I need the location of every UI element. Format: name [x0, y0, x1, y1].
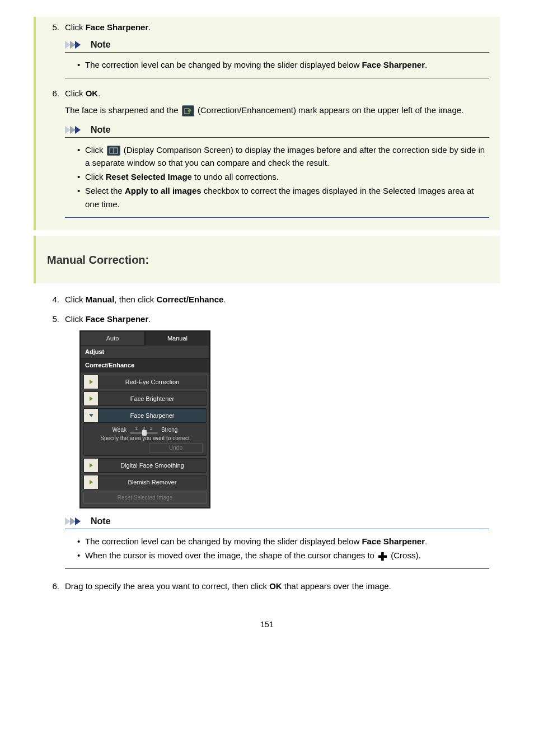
step-5: 5. Click Face Sharpener. Auto Manual Adj… — [47, 314, 489, 570]
step-text: Click Face Sharpener. — [62, 22, 489, 32]
expand-icon — [84, 459, 99, 472]
text: . — [425, 60, 427, 69]
note-arrows-icon — [65, 41, 87, 49]
auto-correction-continuation: 5. Click Face Sharpener. Note — [34, 17, 500, 230]
step-number: 4. — [47, 295, 62, 304]
step-text: Click Manual, then click Correct/Enhance… — [62, 295, 489, 304]
tab-label: Auto — [106, 335, 119, 342]
row-blemish-remover[interactable]: Blemish Remover — [83, 475, 207, 489]
note-title: Note — [91, 516, 111, 526]
expand-icon — [84, 375, 99, 389]
subtab-label: Correct/Enhance — [85, 362, 134, 368]
text: Click — [65, 22, 86, 32]
slider-thumb[interactable] — [142, 430, 147, 436]
text: Click — [65, 88, 86, 98]
reset-selected-image-button[interactable]: Reset Selected Image — [83, 492, 207, 504]
svg-marker-16 — [75, 517, 81, 525]
text: The face is sharpened and the — [65, 105, 181, 115]
note-body: • The correction level can be changed by… — [65, 58, 489, 78]
text: . — [148, 22, 151, 32]
row-face-brightener[interactable]: Face Brightener — [83, 391, 207, 406]
expand-icon — [84, 475, 99, 489]
svg-marker-10 — [90, 396, 93, 401]
step-number: 6. — [47, 88, 62, 218]
text-bold: Face Sharpener — [362, 536, 425, 546]
step-number: 5. — [47, 22, 62, 78]
sharpener-controls: Weak 1 2 3 Strong — [83, 423, 207, 456]
row-red-eye[interactable]: Red-Eye Correction — [83, 375, 207, 389]
slider-message: Specify the area you want to correct — [87, 435, 203, 441]
row-label: Digital Face Smoothing — [99, 462, 206, 469]
panel-list: Red-Eye Correction Face Brightener Face … — [80, 372, 210, 508]
note-item: • The correction level can be changed by… — [77, 535, 487, 548]
collapse-icon — [84, 409, 99, 422]
note-block: Note • Click (Displa — [65, 125, 489, 218]
text: Click — [85, 145, 106, 155]
text: The correction level can be changed by m… — [85, 536, 362, 546]
bullet: • — [77, 170, 85, 183]
button-label: Undo — [169, 445, 182, 451]
text: Select the — [85, 186, 125, 195]
tab-manual[interactable]: Manual — [145, 331, 210, 346]
step-text: Drag to specify the area you want to cor… — [62, 581, 489, 591]
panel-tabs: Auto Manual — [80, 331, 210, 346]
slider-strong-label: Strong — [161, 427, 177, 433]
note-body: • Click (Display Comparison Screen) to d… — [65, 143, 489, 218]
svg-marker-9 — [90, 380, 93, 384]
bullet: • — [77, 535, 85, 548]
svg-marker-11 — [89, 414, 93, 417]
step-5: 5. Click Face Sharpener. Note — [47, 22, 489, 78]
text-bold: Correct/Enhance — [156, 295, 223, 304]
note-arrows-icon — [65, 126, 87, 134]
note-header: Note — [65, 516, 489, 529]
row-digital-face-smoothing[interactable]: Digital Face Smoothing — [83, 458, 207, 473]
bullet: • — [77, 549, 85, 562]
subtab-correct-enhance[interactable]: Correct/Enhance — [80, 359, 210, 372]
slider[interactable]: 1 2 3 — [130, 426, 158, 434]
text: Click — [65, 314, 86, 324]
undo-button[interactable]: Undo — [149, 443, 203, 453]
text: (Display Comparison Screen) to display t… — [85, 145, 485, 167]
note-title: Note — [91, 125, 111, 135]
text: The correction level can be changed by m… — [85, 60, 362, 69]
text: to undo all corrections. — [192, 172, 279, 181]
svg-marker-6 — [75, 126, 81, 134]
note-block: Note • The correction level can be chang… — [65, 516, 489, 570]
text: Drag to specify the area you want to cor… — [65, 581, 269, 591]
display-comparison-icon — [107, 146, 120, 156]
tick: 1 — [135, 426, 138, 431]
svg-marker-0 — [65, 41, 71, 49]
manual-correction-steps: 4. Click Manual, then click Correct/Enha… — [34, 289, 500, 604]
text: Click — [65, 295, 86, 304]
text-bold: OK — [269, 581, 282, 591]
svg-marker-15 — [70, 517, 76, 525]
note-item: • Click (Display Comparison Screen) to d… — [77, 143, 487, 170]
subtab-label: Adjust — [85, 348, 104, 355]
note-item: • Select the Apply to all images checkbo… — [77, 184, 487, 211]
text: , then click — [114, 295, 156, 304]
tab-auto[interactable]: Auto — [80, 331, 145, 346]
svg-marker-13 — [90, 480, 93, 484]
note-item: • Click Reset Selected Image to undo all… — [77, 170, 487, 183]
step-4: 4. Click Manual, then click Correct/Enha… — [47, 295, 489, 304]
text: (Cross). — [388, 550, 421, 560]
row-face-sharpener[interactable]: Face Sharpener — [83, 408, 207, 423]
note-item: • When the cursor is moved over the imag… — [77, 549, 487, 562]
text: Click — [85, 172, 106, 181]
note-header: Note — [65, 125, 489, 138]
svg-marker-2 — [75, 41, 81, 49]
correction-mark-icon — [182, 105, 194, 116]
text: . — [148, 314, 151, 324]
tab-label: Manual — [167, 335, 188, 342]
button-label: Reset Selected Image — [118, 494, 172, 501]
note-title: Note — [91, 40, 111, 50]
subtab-adjust[interactable]: Adjust — [80, 346, 210, 359]
bullet: • — [77, 143, 85, 170]
page-number: 151 — [34, 620, 500, 629]
svg-marker-12 — [90, 463, 93, 468]
expand-icon — [84, 392, 99, 405]
tick: 3 — [149, 426, 152, 431]
text-bold: Face Sharpener — [362, 60, 425, 69]
step-paragraph: The face is sharpened and the (Correctio… — [62, 104, 489, 116]
text-bold: Apply to all images — [125, 186, 202, 195]
